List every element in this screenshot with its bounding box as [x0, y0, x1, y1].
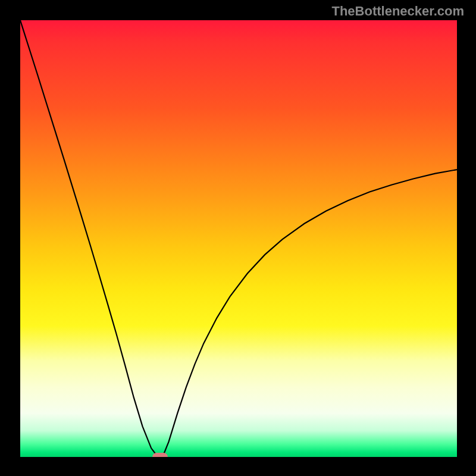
- attribution-text: TheBottlenecker.com: [331, 4, 464, 19]
- chart-container: TheBottlenecker.com: [0, 0, 476, 476]
- plot-area: [20, 20, 457, 457]
- optimal-point-marker: [152, 453, 168, 457]
- bottleneck-curve: [20, 20, 457, 457]
